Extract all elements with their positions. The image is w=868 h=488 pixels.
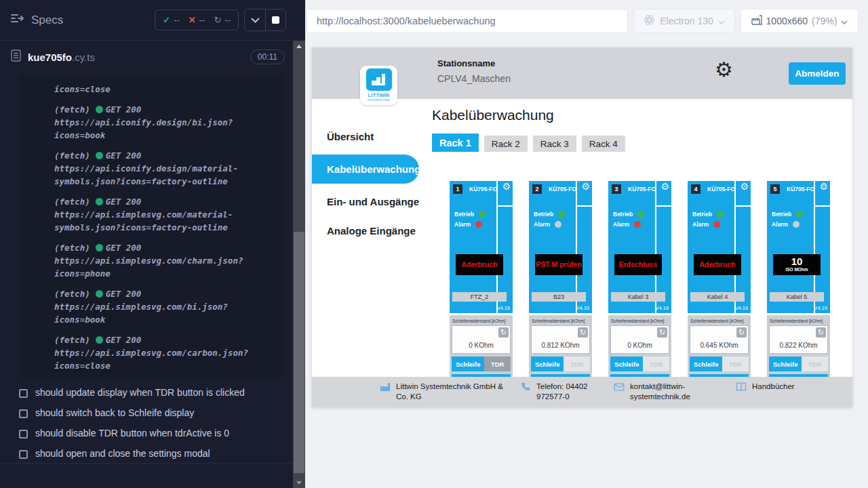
log-entry[interactable]: (fetch) GET 200 https://api.simplesvg.co… bbox=[54, 333, 277, 372]
refresh-icon[interactable]: ↻ bbox=[736, 327, 747, 338]
spec-file-icon bbox=[11, 49, 21, 64]
preview-pane: http://localhost:3000/kabelueberwachung … bbox=[305, 0, 868, 488]
device-card: 5 KÜ705-FO ⚙ Betrieb Alarm bbox=[767, 181, 830, 377]
failed-icon: ✕ bbox=[189, 15, 196, 25]
device-front: 4 KÜ705-FO ⚙ Betrieb Alarm Aderbruch bbox=[688, 181, 751, 313]
device-front: 5 KÜ705-FO ⚙ Betrieb Alarm bbox=[767, 181, 830, 313]
test-item[interactable]: should open and close the settings modal bbox=[0, 443, 293, 464]
log-entries: (fetch) GET 200 https://api.iconify.desi… bbox=[54, 103, 277, 378]
sidebar-item[interactable]: Übersicht bbox=[312, 122, 432, 151]
chevron-down-icon bbox=[718, 16, 725, 26]
alarm-label: Alarm bbox=[772, 221, 788, 228]
log-entry[interactable]: (fetch) GET 200 https://api.iconify.desi… bbox=[54, 103, 277, 142]
log-entry[interactable]: (fetch) GET 200 https://api.simplesvg.co… bbox=[54, 287, 277, 326]
status-display: Aderbruch bbox=[694, 254, 741, 275]
log-entry[interactable]: (fetch) GET 200 https://api.simplesvg.co… bbox=[54, 241, 277, 280]
schleife-button[interactable]: Schleife bbox=[452, 357, 484, 371]
refresh-icon[interactable]: ↻ bbox=[657, 327, 667, 338]
footer-item[interactable]: Telefon: 04402 972577-0 bbox=[520, 382, 605, 402]
ruler-icon bbox=[751, 15, 762, 27]
url-text: http://localhost:3000/kabelueberwachung bbox=[317, 16, 496, 26]
footer-item[interactable]: Littwin Systemtechnik GmbH & Co. KG bbox=[380, 382, 509, 402]
test-item[interactable]: should update display when TDR button is… bbox=[0, 382, 293, 403]
card-settings-icon[interactable]: ⚙ bbox=[660, 181, 669, 192]
collapse-button[interactable] bbox=[245, 9, 265, 30]
stop-icon bbox=[272, 16, 279, 24]
status-code: GET 200 bbox=[106, 333, 142, 346]
url-input[interactable]: http://localhost:3000/kabelueberwachung bbox=[307, 9, 628, 33]
log-entry[interactable]: (fetch) GET 200 https://api.simplesvg.co… bbox=[54, 195, 277, 234]
rack-tab[interactable]: Rack 2 bbox=[484, 136, 528, 152]
reporter-divider bbox=[0, 463, 293, 464]
firmware-version: V4.19 bbox=[734, 305, 748, 311]
betrieb-led bbox=[796, 211, 803, 218]
measurement-panel: Schleifenwiderstand [kOhm] ↻ 0.822 KOhm … bbox=[767, 315, 830, 377]
browser-selector[interactable]: Electron 130 bbox=[633, 9, 735, 33]
betrieb-label: Betrieb bbox=[692, 211, 712, 218]
sidebar-item[interactable]: Analoge Eingänge bbox=[312, 216, 432, 245]
schleife-button[interactable]: Schleife bbox=[531, 357, 564, 371]
tdr-button[interactable]: TDR bbox=[722, 357, 749, 371]
betrieb-label: Betrieb bbox=[613, 211, 633, 218]
log-entry[interactable]: (fetch) GET 200 https://api.iconify.desi… bbox=[54, 149, 277, 188]
rack-tab[interactable]: Rack 4 bbox=[582, 136, 625, 152]
passed-count: -- bbox=[174, 15, 180, 25]
status-dot bbox=[96, 198, 103, 205]
display-value: 10 bbox=[773, 256, 821, 267]
rack-tab[interactable]: Rack 3 bbox=[533, 136, 576, 152]
scroll-down-icon[interactable] bbox=[293, 477, 305, 488]
settings-gear-icon[interactable]: ⚙ bbox=[715, 60, 733, 80]
schleife-button[interactable]: Schleife bbox=[690, 357, 722, 371]
app-viewport: LITTWIN SYSTEMTECHNIK Stationsname CPLV4… bbox=[312, 47, 852, 407]
device-card: 1 KÜ705-FO ⚙ Betrieb Alarm Aderbruch bbox=[450, 181, 513, 377]
status-code: GET 200 bbox=[106, 103, 142, 116]
refresh-icon[interactable]: ↻ bbox=[498, 327, 509, 338]
refresh-icon[interactable]: ↻ bbox=[816, 327, 826, 338]
logout-button[interactable]: Abmelden bbox=[789, 62, 846, 85]
refresh-icon[interactable]: ↻ bbox=[578, 327, 588, 338]
firmware-version: V4.19 bbox=[496, 305, 510, 311]
test-item[interactable]: should disable TDR button when tdrActive… bbox=[0, 423, 293, 443]
status-dot bbox=[96, 290, 103, 298]
sidebar-item[interactable]: Kabelüberwachung bbox=[312, 155, 419, 184]
tdr-button[interactable]: TDR bbox=[484, 357, 511, 371]
status-code: GET 200 bbox=[106, 287, 142, 300]
rack-tab[interactable]: Rack 1 bbox=[432, 134, 479, 152]
card-settings-icon[interactable]: ⚙ bbox=[740, 181, 749, 192]
device-cards: 1 KÜ705-FO ⚙ Betrieb Alarm Aderbruch bbox=[450, 181, 852, 377]
firmware-version: V4.19 bbox=[655, 305, 669, 311]
rack-tabs: Rack 1 Rack 2 Rack 3 Rack 4 bbox=[432, 134, 852, 152]
card-settings-icon[interactable]: ⚙ bbox=[581, 181, 590, 192]
measurement-display: ↻ 0.645 KOhm bbox=[690, 325, 749, 354]
failed-count: -- bbox=[199, 15, 205, 25]
card-settings-icon[interactable]: ⚙ bbox=[502, 181, 511, 192]
firmware-version: V4.19 bbox=[814, 305, 827, 311]
command-log: icons=close (fetch) GET 200 https://api.… bbox=[19, 75, 283, 378]
footer-item[interactable]: Handbücher bbox=[736, 382, 795, 392]
cable-label: B23 bbox=[532, 292, 586, 302]
tdr-button[interactable]: TDR bbox=[564, 357, 590, 371]
footer-item[interactable]: kontakt@littwin-systemtechnik.de bbox=[614, 382, 721, 402]
measurement-display: ↻ 0 KOhm bbox=[452, 325, 511, 354]
page-title: Kabelüberwachung bbox=[432, 107, 852, 123]
schleife-button[interactable]: Schleife bbox=[610, 357, 643, 371]
tdr-button[interactable]: TDR bbox=[643, 357, 669, 371]
test-state-icon bbox=[19, 409, 28, 418]
sidebar-item-label: Ein- und Ausgänge bbox=[327, 196, 419, 207]
schleife-button[interactable]: Schleife bbox=[769, 357, 802, 371]
stop-button[interactable] bbox=[265, 9, 285, 30]
card-settings-icon[interactable]: ⚙ bbox=[819, 181, 828, 192]
card-divider bbox=[577, 205, 592, 207]
viewport-size-selector[interactable]: 1000x660 (79%) bbox=[741, 9, 859, 33]
tdr-button[interactable]: TDR bbox=[802, 357, 828, 371]
specs-menu-icon[interactable] bbox=[11, 13, 24, 27]
scrollbar-thumb[interactable] bbox=[294, 232, 304, 473]
spec-row[interactable]: kue705fo.cy.ts 00:11 bbox=[0, 41, 293, 73]
app-footer: Littwin Systemtechnik GmbH & Co. KG Tele… bbox=[312, 377, 852, 407]
sidebar-item[interactable]: Ein- und Ausgänge bbox=[312, 187, 432, 216]
scroll-up-icon[interactable] bbox=[293, 41, 305, 52]
betrieb-label: Betrieb bbox=[534, 211, 553, 218]
slot-number: 2 bbox=[532, 184, 542, 194]
test-item[interactable]: should switch back to Schleife display bbox=[0, 403, 293, 423]
reporter-scrollbar[interactable] bbox=[293, 41, 305, 488]
